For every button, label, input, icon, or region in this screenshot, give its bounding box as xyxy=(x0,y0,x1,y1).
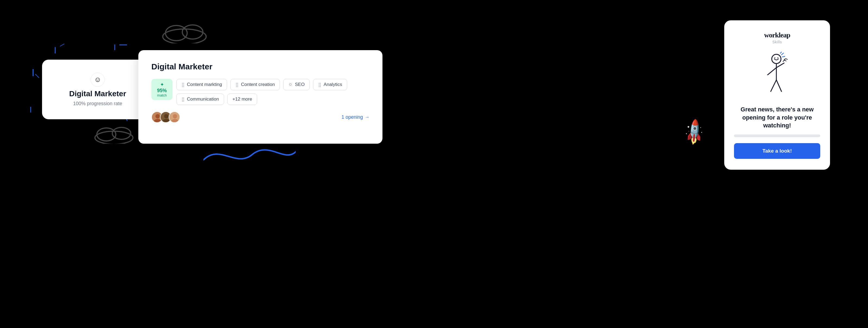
role-title: Digital Marketer xyxy=(69,90,126,98)
svg-point-10 xyxy=(164,114,168,119)
skills-row-top: ✦ 95% match ⣿ Content markting ⣿ Content… xyxy=(151,79,369,105)
skill-tag-label-3: SEO xyxy=(295,82,305,87)
skill-grid-icon-4: ⣿ xyxy=(318,82,321,87)
svg-point-13 xyxy=(173,114,177,119)
svg-line-21 xyxy=(771,80,776,92)
svg-point-2 xyxy=(182,25,203,39)
role-subtitle: 100% progression rate xyxy=(73,101,122,106)
brand-subtitle: Skills xyxy=(772,40,782,44)
svg-point-16 xyxy=(774,58,775,59)
skill-grid-icon: ⣿ xyxy=(182,82,185,87)
svg-line-24 xyxy=(782,56,785,57)
avatar-3 xyxy=(169,111,180,123)
notification-message: Great news, there's a new opening for a … xyxy=(734,105,820,130)
skill-tag-label-6: +12 more xyxy=(232,97,252,102)
opening-text: 1 opening xyxy=(341,114,363,120)
deco-tick-7: | xyxy=(30,106,31,113)
skill-tags-container: ⣿ Content markting ⣿ Content creation ⛭ … xyxy=(176,79,369,105)
brand-name: workleap xyxy=(764,31,790,39)
avatar-group xyxy=(151,111,180,123)
deco-tick-2: — xyxy=(33,72,41,80)
rocket-deco: 🚀 xyxy=(679,118,709,147)
skill-tag-analytics[interactable]: ⣿ Analytics xyxy=(313,79,347,90)
deco-tick-4: — xyxy=(59,41,66,48)
skill-tag-communication[interactable]: ⣿ Communication xyxy=(176,94,224,105)
svg-point-15 xyxy=(772,54,781,63)
skill-tag-more[interactable]: +12 more xyxy=(227,94,257,105)
svg-line-19 xyxy=(768,68,776,75)
deco-tick-6: — xyxy=(119,40,127,49)
svg-line-23 xyxy=(781,53,784,55)
match-badge: ✦ 95% match xyxy=(151,79,173,100)
svg-point-17 xyxy=(777,58,778,59)
svg-line-25 xyxy=(780,52,781,54)
skill-tag-label-2: Content creation xyxy=(241,82,275,87)
opening-link[interactable]: 1 opening → xyxy=(341,114,369,120)
match-icon: ✦ xyxy=(160,81,164,88)
role-card: ☺ Digital Marketer 100% progression rate xyxy=(42,60,153,119)
skill-tag-seo[interactable]: ⛭ SEO xyxy=(283,79,310,90)
cta-button[interactable]: Take a look! xyxy=(734,143,820,159)
skills-card: Digital Marketer ✦ 95% match ⣿ Content m… xyxy=(138,50,382,144)
skill-grid-icon-3: ⛭ xyxy=(288,82,293,87)
progress-bar xyxy=(734,134,820,137)
skill-tag-label-4: Analytics xyxy=(323,82,342,87)
match-label: match xyxy=(157,93,166,97)
svg-point-7 xyxy=(155,114,160,119)
skill-tag-label: Content markting xyxy=(187,82,222,87)
skill-tag-label-5: Communication xyxy=(187,97,219,102)
deco-tick-5: | xyxy=(114,43,116,51)
skill-grid-icon-5: ⣿ xyxy=(182,97,185,102)
notification-card: workleap Skills Great news, there's a ne… xyxy=(724,20,830,170)
skill-grid-icon-2: ⣿ xyxy=(236,82,239,87)
skill-tag-content-creation[interactable]: ⣿ Content creation xyxy=(230,79,280,90)
skills-card-title: Digital Marketer xyxy=(151,62,369,71)
match-percent: 95% xyxy=(157,88,167,94)
stick-figure-illustration xyxy=(760,52,795,98)
avatar-3-img xyxy=(169,112,180,123)
svg-line-22 xyxy=(776,80,781,92)
card-footer: 1 opening → xyxy=(151,111,369,123)
deco-tick-3: | xyxy=(54,46,56,54)
arrow-icon: → xyxy=(365,114,369,120)
skill-tag-content-marketing[interactable]: ⣿ Content markting xyxy=(176,79,227,90)
role-icon: ☺ xyxy=(91,73,105,87)
